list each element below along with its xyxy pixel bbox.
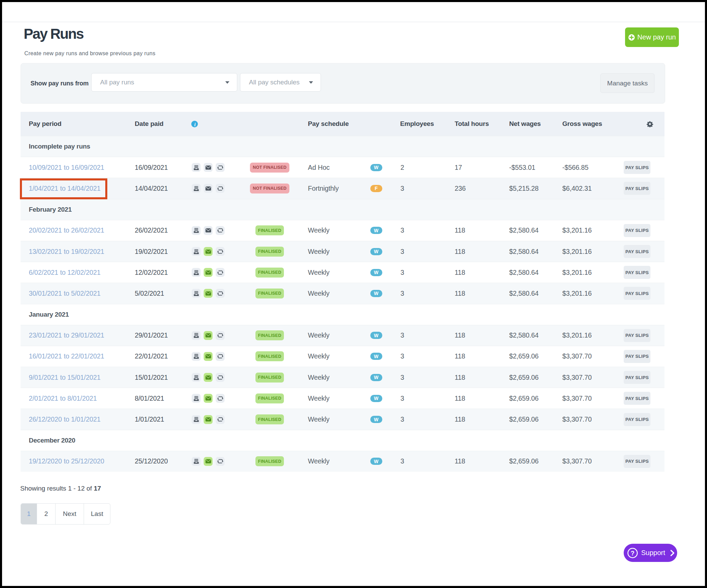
svg-text:?: ? <box>631 550 635 556</box>
